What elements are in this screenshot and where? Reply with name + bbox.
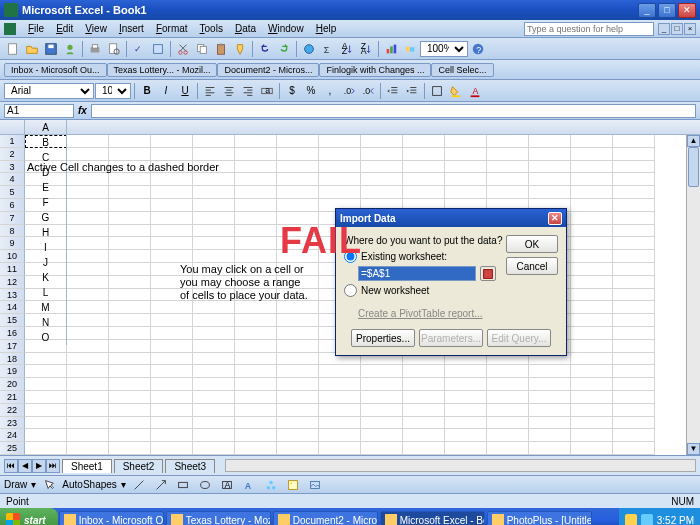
oval-icon[interactable]	[196, 476, 214, 494]
merge-center-button[interactable]: a	[258, 82, 276, 100]
cell[interactable]	[109, 135, 151, 148]
cell[interactable]	[277, 365, 319, 378]
help-input[interactable]	[524, 22, 654, 36]
cell[interactable]	[361, 391, 403, 404]
row-header-7[interactable]: 7	[0, 212, 25, 225]
menu-format[interactable]: Format	[150, 21, 194, 36]
menu-data[interactable]: Data	[229, 21, 262, 36]
cell[interactable]	[151, 250, 193, 263]
cell[interactable]	[361, 148, 403, 161]
system-tray[interactable]: 3:52 PM	[619, 508, 700, 525]
cell[interactable]	[529, 365, 571, 378]
cell[interactable]	[277, 429, 319, 442]
cell[interactable]	[67, 417, 109, 430]
cell[interactable]	[361, 442, 403, 455]
diagram-icon[interactable]	[262, 476, 280, 494]
cell[interactable]	[277, 173, 319, 186]
cell[interactable]	[571, 289, 613, 302]
autoshapes-menu[interactable]: AutoShapes	[62, 479, 117, 490]
tab-nav-next[interactable]: ▶	[32, 459, 46, 473]
menu-file[interactable]: File	[22, 21, 50, 36]
save-button[interactable]	[42, 40, 60, 58]
cell[interactable]	[235, 353, 277, 366]
cell[interactable]	[319, 186, 361, 199]
cell[interactable]	[151, 340, 193, 353]
print-button[interactable]	[86, 40, 104, 58]
taskbar-item[interactable]: Microsoft Excel - Book1	[380, 511, 485, 526]
cell[interactable]	[529, 404, 571, 417]
cell[interactable]	[613, 417, 655, 430]
horizontal-scrollbar[interactable]	[225, 459, 696, 472]
open-button[interactable]	[23, 40, 41, 58]
cell[interactable]	[613, 199, 655, 212]
cell[interactable]	[235, 417, 277, 430]
sheet-tab-sheet3[interactable]: Sheet3	[165, 459, 215, 473]
cell[interactable]	[109, 289, 151, 302]
cell[interactable]	[235, 173, 277, 186]
scroll-down-icon[interactable]: ▼	[687, 443, 700, 455]
window-task[interactable]: Inbox - Microsoft Ou...	[4, 63, 107, 77]
cell[interactable]	[67, 404, 109, 417]
cell[interactable]	[151, 404, 193, 417]
cell[interactable]	[193, 225, 235, 238]
cell[interactable]	[151, 301, 193, 314]
cell[interactable]	[445, 135, 487, 148]
cell[interactable]	[487, 417, 529, 430]
cell[interactable]	[613, 161, 655, 174]
cell[interactable]	[571, 199, 613, 212]
cell[interactable]	[235, 199, 277, 212]
cell[interactable]	[403, 442, 445, 455]
cell[interactable]	[67, 327, 109, 340]
cell[interactable]	[319, 417, 361, 430]
cell[interactable]	[151, 148, 193, 161]
cell[interactable]	[571, 301, 613, 314]
cell[interactable]	[193, 404, 235, 417]
print-preview-button[interactable]	[105, 40, 123, 58]
row-header-9[interactable]: 9	[0, 237, 25, 250]
row-header-19[interactable]: 19	[0, 365, 25, 378]
cell[interactable]	[613, 365, 655, 378]
menu-tools[interactable]: Tools	[194, 21, 229, 36]
cell[interactable]	[571, 186, 613, 199]
cell[interactable]	[25, 391, 67, 404]
tray-icon[interactable]	[641, 514, 653, 525]
cell[interactable]	[151, 225, 193, 238]
tray-icon[interactable]	[625, 514, 637, 525]
sheet-tab-sheet1[interactable]: Sheet1	[62, 459, 112, 473]
cell[interactable]	[235, 378, 277, 391]
zoom-combo[interactable]: 100%	[420, 41, 468, 57]
cell[interactable]	[67, 135, 109, 148]
column-header-K[interactable]: K	[25, 270, 67, 285]
name-box[interactable]	[4, 104, 74, 118]
cell[interactable]	[235, 237, 277, 250]
minimize-button[interactable]: _	[638, 3, 656, 18]
row-header-25[interactable]: 25	[0, 442, 25, 455]
cell[interactable]	[193, 173, 235, 186]
cell[interactable]	[193, 417, 235, 430]
line-icon[interactable]	[130, 476, 148, 494]
fx-icon[interactable]: fx	[78, 105, 87, 116]
range-picker-icon[interactable]	[480, 266, 496, 281]
cell[interactable]	[571, 237, 613, 250]
cell[interactable]	[571, 161, 613, 174]
row-header-11[interactable]: 11	[0, 263, 25, 276]
column-header-H[interactable]: H	[25, 225, 67, 240]
cell[interactable]	[529, 378, 571, 391]
start-button[interactable]: start	[0, 508, 58, 525]
cell[interactable]	[613, 429, 655, 442]
tab-nav-prev[interactable]: ◀	[18, 459, 32, 473]
cell[interactable]	[193, 186, 235, 199]
cell[interactable]	[235, 327, 277, 340]
window-task[interactable]: Cell Selec...	[431, 63, 493, 77]
cell[interactable]	[151, 199, 193, 212]
menu-view[interactable]: View	[79, 21, 113, 36]
dialog-close-button[interactable]: ✕	[548, 212, 562, 225]
cell[interactable]	[67, 276, 109, 289]
cell[interactable]	[151, 212, 193, 225]
cell[interactable]	[571, 135, 613, 148]
permission-button[interactable]	[61, 40, 79, 58]
cell[interactable]	[235, 225, 277, 238]
cell[interactable]	[151, 353, 193, 366]
cell[interactable]	[277, 186, 319, 199]
cell[interactable]	[151, 429, 193, 442]
